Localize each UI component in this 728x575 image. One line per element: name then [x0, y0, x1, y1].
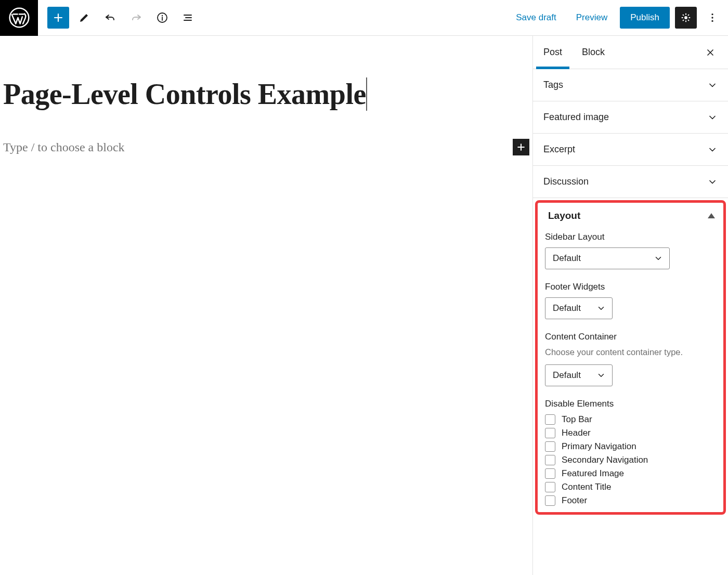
panel-tags[interactable]: Tags — [533, 69, 728, 101]
wordpress-icon — [9, 7, 30, 28]
plus-icon — [516, 142, 526, 152]
add-block-button[interactable] — [47, 7, 69, 29]
sidebar-layout-select[interactable]: Default — [545, 247, 670, 269]
disable-footer[interactable]: Footer — [545, 495, 716, 506]
disable-top-bar-label: Top Bar — [562, 414, 592, 425]
disable-secondary-nav-checkbox[interactable] — [545, 455, 555, 465]
settings-sidebar: Post Block Tags Featured image Excerpt D… — [532, 36, 728, 575]
disable-footer-label: Footer — [562, 495, 587, 506]
panel-layout-title: Layout — [548, 210, 580, 221]
toolbar-left — [38, 7, 199, 29]
body-placeholder[interactable]: Type / to choose a block — [3, 140, 513, 154]
disable-elements-list: Top Bar Header Primary Navigation S — [545, 414, 716, 506]
toolbar-right: Save draft Preview Publish — [509, 7, 728, 29]
disable-content-title[interactable]: Content Title — [545, 482, 716, 492]
sidebar-layout-label: Sidebar Layout — [545, 232, 716, 242]
content-container-help: Choose your content container type. — [545, 347, 716, 357]
close-icon — [705, 47, 716, 58]
svg-point-2 — [162, 15, 163, 16]
sidebar-tabs: Post Block — [533, 36, 728, 69]
panel-excerpt[interactable]: Excerpt — [533, 134, 728, 166]
disable-top-bar-checkbox[interactable] — [545, 414, 555, 425]
disable-featured-image-checkbox[interactable] — [545, 468, 555, 479]
field-disable-elements: Disable Elements Top Bar Header Prima — [543, 396, 718, 508]
post-title-input[interactable]: Page-Level Controls Example — [3, 77, 367, 111]
footer-widgets-value: Default — [553, 303, 581, 313]
body-placeholder-row: Type / to choose a block — [3, 139, 529, 155]
kebab-icon — [707, 12, 718, 23]
sidebar-layout-value: Default — [553, 253, 581, 264]
tab-post[interactable]: Post — [543, 36, 562, 69]
chevron-down-icon — [596, 371, 606, 380]
svg-point-5 — [711, 17, 713, 18]
tab-block[interactable]: Block — [582, 36, 605, 69]
disable-footer-checkbox[interactable] — [545, 495, 555, 506]
more-options-button[interactable] — [702, 7, 723, 29]
list-icon — [182, 11, 194, 24]
wordpress-logo[interactable] — [0, 0, 38, 36]
gear-icon — [680, 12, 692, 23]
content-container-value: Default — [553, 370, 581, 381]
field-footer-widgets: Footer Widgets Default — [543, 279, 718, 329]
svg-point-3 — [684, 16, 687, 19]
field-sidebar-layout: Sidebar Layout Default — [543, 229, 718, 279]
disable-featured-image-label: Featured Image — [562, 468, 624, 479]
info-icon — [156, 11, 168, 24]
main-area: Page-Level Controls Example Type / to ch… — [0, 36, 728, 575]
chevron-down-icon — [707, 177, 718, 187]
inline-add-block-button[interactable] — [513, 139, 529, 155]
pencil-icon — [78, 11, 90, 24]
caret-up-icon — [708, 213, 715, 218]
plus-icon — [52, 11, 64, 24]
disable-top-bar[interactable]: Top Bar — [545, 414, 716, 425]
info-button[interactable] — [151, 7, 173, 29]
publish-button[interactable]: Publish — [620, 7, 670, 29]
panel-excerpt-label: Excerpt — [543, 144, 575, 155]
footer-widgets-select[interactable]: Default — [545, 297, 613, 319]
redo-button[interactable] — [125, 7, 147, 29]
redo-icon — [130, 11, 142, 24]
edit-mode-button[interactable] — [73, 7, 95, 29]
disable-header-label: Header — [562, 428, 591, 438]
app-root: Save draft Preview Publish Page-Level Co… — [0, 0, 728, 575]
chevron-down-icon — [707, 145, 718, 155]
disable-secondary-nav-label: Secondary Navigation — [562, 455, 648, 465]
disable-content-title-label: Content Title — [562, 482, 611, 492]
disable-elements-label: Disable Elements — [545, 399, 716, 409]
panel-featured-image-label: Featured image — [543, 112, 609, 123]
field-content-container: Content Container Choose your content co… — [543, 329, 718, 396]
panel-layout: Layout Sidebar Layout Default Footer Wid… — [535, 200, 726, 515]
top-toolbar: Save draft Preview Publish — [0, 0, 728, 36]
svg-point-4 — [711, 14, 713, 15]
chevron-down-icon — [654, 254, 663, 263]
disable-primary-nav-checkbox[interactable] — [545, 441, 555, 452]
chevron-down-icon — [707, 80, 718, 90]
disable-primary-nav-label: Primary Navigation — [562, 441, 636, 452]
panel-discussion-label: Discussion — [543, 176, 589, 187]
undo-icon — [104, 11, 116, 24]
settings-button[interactable] — [675, 7, 697, 29]
svg-point-6 — [711, 20, 713, 22]
panel-featured-image[interactable]: Featured image — [533, 101, 728, 134]
preview-button[interactable]: Preview — [569, 7, 615, 28]
chevron-down-icon — [596, 304, 606, 313]
disable-content-title-checkbox[interactable] — [545, 482, 555, 492]
footer-widgets-label: Footer Widgets — [545, 282, 716, 292]
disable-featured-image[interactable]: Featured Image — [545, 468, 716, 479]
panel-discussion[interactable]: Discussion — [533, 166, 728, 198]
panel-tags-label: Tags — [543, 80, 563, 90]
close-sidebar-button[interactable] — [702, 44, 719, 61]
editor-canvas[interactable]: Page-Level Controls Example Type / to ch… — [0, 36, 532, 575]
disable-primary-nav[interactable]: Primary Navigation — [545, 441, 716, 452]
content-container-label: Content Container — [545, 332, 716, 342]
panel-layout-header[interactable]: Layout — [543, 208, 718, 229]
undo-button[interactable] — [99, 7, 121, 29]
save-draft-button[interactable]: Save draft — [509, 7, 564, 28]
chevron-down-icon — [707, 112, 718, 123]
disable-header[interactable]: Header — [545, 428, 716, 438]
disable-header-checkbox[interactable] — [545, 428, 555, 438]
disable-secondary-nav[interactable]: Secondary Navigation — [545, 455, 716, 465]
content-container-select[interactable]: Default — [545, 364, 613, 386]
outline-button[interactable] — [177, 7, 199, 29]
